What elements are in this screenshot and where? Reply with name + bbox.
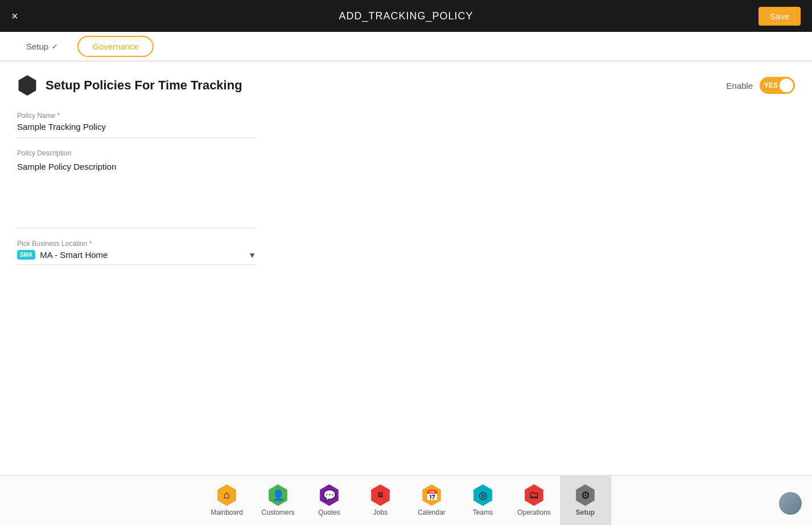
policy-name-value[interactable]: Sample Tracking Policy: [17, 122, 256, 138]
enable-toggle[interactable]: YES: [760, 77, 795, 94]
calendar-icon: 📅: [421, 485, 443, 506]
bottom-nav: ⌂ Mainboard 👤 Customers 💬 Quotes ≡ Jobs …: [0, 475, 812, 525]
tab-governance-label: Governance: [92, 42, 139, 51]
avatar[interactable]: [778, 491, 803, 516]
nav-item-calendar[interactable]: 📅 Calendar: [406, 475, 457, 526]
location-text: MA - Smart Home: [40, 250, 244, 260]
section-title-group: Setup Policies For Time Tracking: [17, 75, 242, 96]
nav-label-calendar: Calendar: [418, 508, 446, 516]
nav-label-setup: Setup: [576, 508, 595, 516]
tab-setup-check: ✓: [52, 42, 58, 51]
chevron-down-icon: ▼: [248, 251, 256, 260]
nav-item-mainboard[interactable]: ⌂ Mainboard: [201, 475, 253, 526]
jobs-icon: ≡: [370, 485, 391, 506]
customers-icon: 👤: [267, 485, 289, 506]
enable-group: Enable YES: [726, 77, 795, 94]
nav-label-teams: Teams: [473, 508, 493, 516]
app-header: × ADD_TRACKING_POLICY Save: [0, 0, 812, 32]
tab-setup-label: Setup: [26, 42, 48, 51]
quotes-icon: 💬: [319, 485, 340, 506]
nav-item-operations[interactable]: 🗂 Operations: [509, 475, 560, 526]
nav-label-customers: Customers: [261, 508, 294, 516]
tabs-bar: Setup ✓ Governance: [0, 32, 812, 61]
save-button[interactable]: Save: [759, 7, 801, 26]
main-content: Setup Policies For Time Tracking Enable …: [0, 61, 812, 475]
section-icon: [17, 75, 38, 96]
nav-item-customers[interactable]: 👤 Customers: [253, 475, 304, 526]
policy-name-group: Policy Name * Sample Tracking Policy: [17, 112, 256, 138]
nav-label-operations: Operations: [517, 508, 551, 516]
page-title: ADD_TRACKING_POLICY: [339, 10, 473, 22]
nav-label-mainboard: Mainboard: [211, 508, 243, 516]
policy-description-label: Policy Description: [17, 149, 256, 157]
avatar-image: [779, 492, 802, 515]
teams-icon: ◎: [472, 485, 494, 506]
nav-item-teams[interactable]: ◎ Teams: [457, 475, 509, 526]
setup-icon: ⚙: [575, 485, 596, 506]
section-title: Setup Policies For Time Tracking: [46, 78, 242, 93]
toggle-yes-label: YES: [764, 81, 778, 89]
sma-badge: SMA: [17, 250, 35, 260]
policy-description-group: Policy Description Sample Policy Descrip…: [17, 149, 256, 228]
policy-description-value[interactable]: Sample Policy Description: [17, 159, 256, 194]
operations-icon: 🗂: [524, 485, 545, 506]
close-button[interactable]: ×: [11, 10, 18, 22]
tab-governance[interactable]: Governance: [77, 36, 154, 57]
nav-item-quotes[interactable]: 💬 Quotes: [304, 475, 355, 526]
mainboard-icon: ⌂: [216, 485, 238, 506]
nav-item-jobs[interactable]: ≡ Jobs: [355, 475, 406, 526]
nav-label-quotes: Quotes: [318, 508, 340, 516]
enable-label: Enable: [726, 81, 753, 91]
policy-name-label: Policy Name *: [17, 112, 256, 120]
nav-item-setup[interactable]: ⚙ Setup: [560, 475, 611, 526]
toggle-knob: [780, 79, 793, 92]
tab-setup[interactable]: Setup ✓: [11, 36, 73, 57]
policy-description-wrapper: Sample Policy Description: [17, 159, 256, 228]
nav-label-jobs: Jobs: [373, 508, 388, 516]
business-location-label: Pick Business Location *: [17, 240, 256, 248]
section-header: Setup Policies For Time Tracking Enable …: [17, 75, 795, 96]
business-location-select[interactable]: SMA MA - Smart Home ▼: [17, 250, 256, 265]
business-location-group: Pick Business Location * SMA MA - Smart …: [17, 240, 256, 265]
